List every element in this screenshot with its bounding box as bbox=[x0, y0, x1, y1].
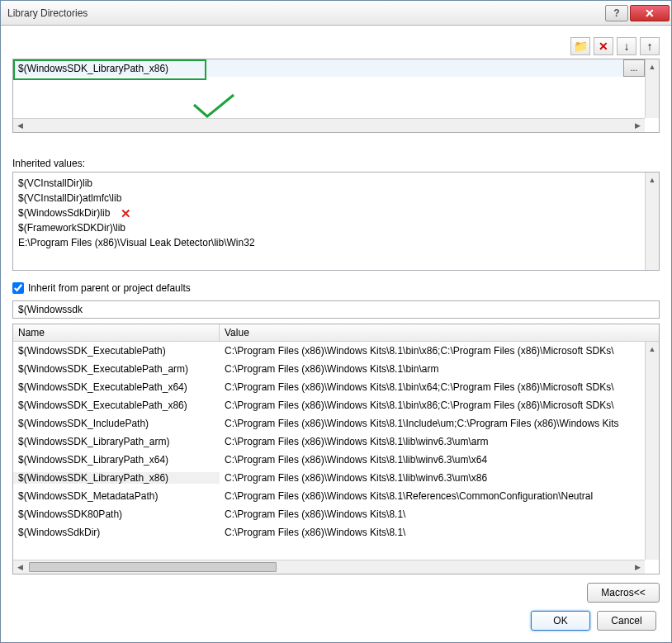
macro-name: $(WindowsSDK_ExecutablePath_x86) bbox=[13, 400, 220, 411]
macro-value: C:\Program Files (x86)\Windows Kits\8.1\… bbox=[220, 418, 659, 429]
macro-value: C:\Program Files (x86)\Windows Kits\8.1\… bbox=[220, 381, 659, 393]
macro-value: C:\Program Files (x86)\Windows Kits\8.1\… bbox=[220, 454, 659, 466]
macro-name: $(WindowsSDK_ExecutablePath_x64) bbox=[13, 381, 220, 393]
browse-button[interactable]: ... bbox=[623, 59, 645, 77]
path-input[interactable] bbox=[13, 59, 623, 77]
editor-vertical-scrollbar[interactable]: ▲ bbox=[645, 59, 659, 118]
inherited-vertical-scrollbar[interactable]: ▲ bbox=[645, 173, 659, 270]
macro-name: $(WindowsSDK_ExecutablePath) bbox=[13, 345, 220, 357]
inherited-value: E:\Program Files (x86)\Visual Leak Detec… bbox=[18, 235, 640, 250]
folder-icon: 📁 bbox=[574, 40, 588, 53]
macro-name: $(WindowsSDK_MetadataPath) bbox=[13, 490, 220, 502]
titlebar: Library Directories ? ✕ bbox=[1, 1, 671, 26]
macro-value: C:\Program Files (x86)\Windows Kits\8.1\… bbox=[220, 490, 659, 502]
library-directories-dialog: Library Directories ? ✕ 📁 ✕ ↓ ↑ bbox=[0, 0, 672, 643]
macro-value: C:\Program Files (x86)\Windows Kits\8.1\ bbox=[220, 508, 659, 520]
inherit-checkbox[interactable] bbox=[12, 282, 24, 294]
macros-horizontal-scrollbar[interactable]: ◀▶ bbox=[13, 560, 645, 574]
macros-vertical-scrollbar[interactable]: ▲ bbox=[645, 342, 659, 560]
macro-name: $(WindowsSDK_LibraryPath_x86) bbox=[13, 472, 220, 484]
inherited-values-pane: $(VCInstallDir)lib $(VCInstallDir)atlmfc… bbox=[12, 172, 660, 271]
table-row[interactable]: $(WindowsSDK_LibraryPath_x64)C:\Program … bbox=[13, 451, 659, 469]
table-row[interactable]: $(WindowsSDK80Path)C:\Program Files (x86… bbox=[13, 505, 659, 523]
macro-filter-input[interactable] bbox=[12, 300, 660, 319]
editor-toolbar: 📁 ✕ ↓ ↑ bbox=[12, 37, 660, 55]
macro-name: $(WindowsSdkDir) bbox=[13, 527, 220, 538]
column-header-value[interactable]: Value bbox=[220, 324, 645, 341]
table-row[interactable]: $(WindowsSDK_ExecutablePath_x64)C:\Progr… bbox=[13, 378, 659, 396]
table-row[interactable]: $(WindowsSDK_ExecutablePath_x86)C:\Progr… bbox=[13, 396, 659, 414]
table-row[interactable]: $(WindowsSDK_LibraryPath_arm)C:\Program … bbox=[13, 433, 659, 451]
delete-icon: ✕ bbox=[599, 40, 608, 53]
macro-name: $(WindowsSDK_ExecutablePath_arm) bbox=[13, 363, 220, 375]
ellipsis-icon: ... bbox=[631, 64, 637, 73]
move-up-button[interactable]: ↑ bbox=[640, 37, 660, 55]
macros-toggle-button[interactable]: Macros<< bbox=[587, 583, 660, 603]
inherited-value: $(VCInstallDir)atlmfc\lib bbox=[18, 191, 640, 206]
cancel-button[interactable]: Cancel bbox=[597, 611, 656, 631]
column-header-name[interactable]: Name bbox=[13, 324, 220, 341]
move-down-button[interactable]: ↓ bbox=[617, 37, 637, 55]
macro-name: $(WindowsSDK_IncludePath) bbox=[13, 418, 220, 429]
macro-value: C:\Program Files (x86)\Windows Kits\8.1\… bbox=[220, 400, 659, 411]
close-button[interactable]: ✕ bbox=[630, 5, 670, 21]
inherited-value: $(WindowsSdkDir)lib bbox=[18, 206, 640, 220]
macro-value: C:\Program Files (x86)\Windows Kits\8.1\… bbox=[220, 472, 659, 484]
cross-annotation-icon: ✕ bbox=[121, 206, 131, 221]
macros-list-pane: Name Value $(WindowsSDK_ExecutablePath)C… bbox=[12, 324, 660, 574]
table-row[interactable]: $(WindowsSDK_ExecutablePath_arm)C:\Progr… bbox=[13, 360, 659, 378]
macro-value: C:\Program Files (x86)\Windows Kits\8.1\… bbox=[220, 345, 659, 357]
ok-button[interactable]: OK bbox=[531, 611, 590, 631]
new-line-button[interactable]: 📁 bbox=[570, 37, 590, 55]
macro-value: C:\Program Files (x86)\Windows Kits\8.1\… bbox=[220, 363, 659, 375]
macro-value: C:\Program Files (x86)\Windows Kits\8.1\… bbox=[220, 436, 659, 447]
checkmark-annotation-icon bbox=[191, 92, 237, 121]
window-title: Library Directories bbox=[7, 7, 603, 19]
arrow-up-icon: ↑ bbox=[647, 40, 653, 53]
table-row[interactable]: $(WindowsSDK_ExecutablePath)C:\Program F… bbox=[13, 342, 659, 360]
table-row[interactable]: $(WindowsSDK_LibraryPath_x86)C:\Program … bbox=[13, 469, 659, 487]
macro-name: $(WindowsSDK_LibraryPath_x64) bbox=[13, 454, 220, 466]
paths-editor-pane: ... ▲ ◀▶ bbox=[12, 59, 660, 133]
table-row[interactable]: $(WindowsSDK_MetadataPath)C:\Program Fil… bbox=[13, 487, 659, 505]
arrow-down-icon: ↓ bbox=[624, 40, 630, 53]
inherited-value: $(FrameworkSDKDir)\lib bbox=[18, 220, 640, 235]
inherited-values-label: Inherited values: bbox=[12, 158, 660, 169]
macro-name: $(WindowsSDK_LibraryPath_arm) bbox=[13, 436, 220, 447]
delete-line-button[interactable]: ✕ bbox=[594, 37, 613, 55]
macros-header: Name Value bbox=[13, 324, 659, 342]
table-row[interactable]: $(WindowsSDK_IncludePath)C:\Program File… bbox=[13, 414, 659, 433]
macro-name: $(WindowsSDK80Path) bbox=[13, 508, 220, 520]
macro-value: C:\Program Files (x86)\Windows Kits\8.1\ bbox=[220, 527, 659, 538]
editor-horizontal-scrollbar[interactable]: ◀▶ bbox=[13, 118, 645, 132]
help-button[interactable]: ? bbox=[605, 5, 628, 21]
inherit-checkbox-label: Inherit from parent or project defaults bbox=[28, 282, 191, 294]
inherit-checkbox-row[interactable]: Inherit from parent or project defaults bbox=[12, 282, 660, 294]
inherited-value: $(VCInstallDir)lib bbox=[18, 176, 640, 191]
table-row[interactable]: $(WindowsSdkDir)C:\Program Files (x86)\W… bbox=[13, 523, 659, 541]
